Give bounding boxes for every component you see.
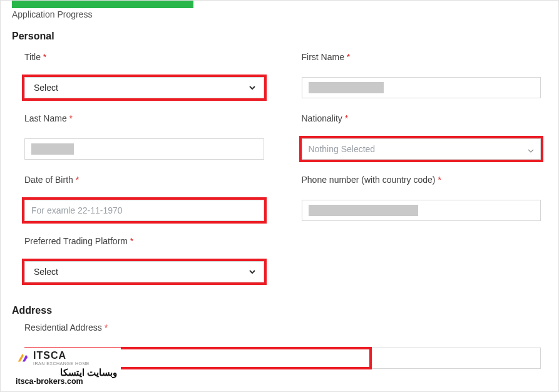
first-name-label: First Name * <box>302 52 541 62</box>
nationality-label-text: Nationality <box>302 113 342 123</box>
dob-input[interactable]: For examle 22-11-1970 <box>24 200 264 221</box>
nationality-select[interactable]: Nothing Selected <box>302 138 541 160</box>
progress-label: Application Progress <box>12 9 547 19</box>
phone-label: Phone number (with country code) * <box>302 175 541 185</box>
platform-label: Preferred Trading Platform * <box>24 236 264 246</box>
section-personal-title: Personal <box>12 31 547 42</box>
required-asterisk: * <box>43 52 46 62</box>
residential-label: Residential Address * <box>24 322 541 333</box>
platform-select[interactable]: Select <box>24 261 264 282</box>
dob-placeholder: For examle 22-11-1970 <box>31 205 123 215</box>
last-name-label: Last Name * <box>24 113 264 123</box>
platform-select-input[interactable]: Select <box>31 262 257 282</box>
dob-label: Date of Birth * <box>24 175 264 185</box>
redacted-value <box>31 143 74 155</box>
progress-bar <box>12 1 547 8</box>
title-select-input[interactable]: Select <box>31 78 257 98</box>
watermark-fa: وبسایت ایتسکا <box>16 368 117 378</box>
dob-label-text: Date of Birth <box>24 175 73 185</box>
platform-label-text: Preferred Trading Platform <box>24 236 128 246</box>
watermark-sub: IRAN EXCHANGE HOME <box>33 361 90 366</box>
last-name-label-text: Last Name <box>24 113 67 123</box>
redacted-value <box>309 82 384 93</box>
redacted-value <box>309 205 418 216</box>
required-asterisk: * <box>347 52 350 62</box>
watermark-brand: ITSCA <box>33 350 90 361</box>
required-asterisk: * <box>345 113 348 123</box>
required-asterisk: * <box>76 175 79 185</box>
watermark: ITSCA IRAN EXCHANGE HOME وبسایت ایتسکا i… <box>12 348 121 388</box>
title-select[interactable]: Select <box>24 77 264 98</box>
required-asterisk: * <box>438 175 441 185</box>
required-asterisk: * <box>69 113 73 123</box>
nationality-placeholder: Nothing Selected <box>309 144 376 154</box>
logo-icon <box>16 351 29 365</box>
first-name-input[interactable] <box>302 77 541 98</box>
chevron-down-icon <box>528 146 534 152</box>
title-label: Title * <box>24 52 264 62</box>
watermark-url: itsca-brokers.com <box>16 378 117 386</box>
progress-bar-fill <box>12 1 193 8</box>
section-address-title: Address <box>12 305 547 316</box>
nationality-label: Nationality * <box>302 113 541 123</box>
phone-input[interactable] <box>302 200 541 221</box>
title-label-text: Title <box>24 52 41 62</box>
phone-label-text: Phone number (with country code) <box>302 175 436 185</box>
last-name-input[interactable] <box>24 138 264 160</box>
residential-label-text: Residential Address <box>24 322 102 333</box>
first-name-label-text: First Name <box>302 52 344 62</box>
required-asterisk: * <box>105 322 108 333</box>
required-asterisk: * <box>130 236 133 246</box>
